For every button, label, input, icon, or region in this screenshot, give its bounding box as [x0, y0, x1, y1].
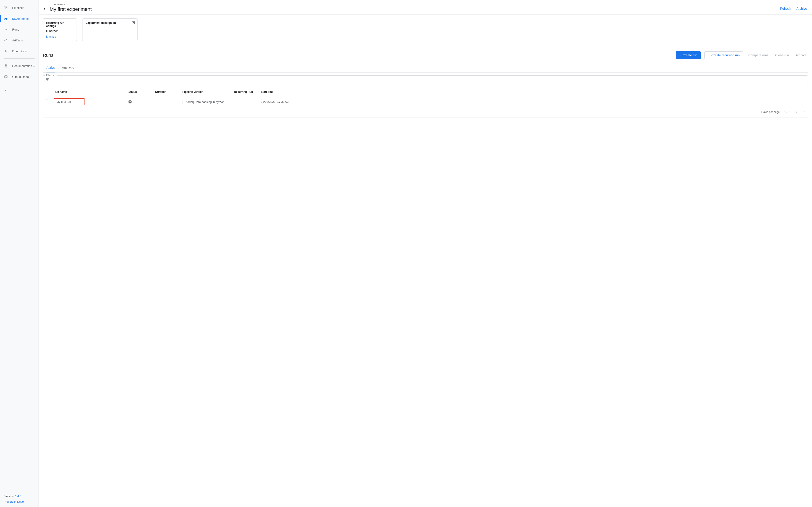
archive-run-button[interactable]: Archive	[794, 51, 808, 59]
main-content: Experiments My first experiment Refresh …	[39, 0, 812, 507]
topbar-actions: Refresh Archive	[775, 7, 807, 10]
version-text: Version: 1.4.0	[5, 495, 34, 498]
nav-runs[interactable]: Runs	[0, 24, 39, 35]
card-title: Recurring run configs	[46, 21, 73, 27]
page-title: My first experiment	[50, 6, 92, 12]
runs-table: Run name Status Duration Pipeline Versio…	[43, 87, 808, 107]
version-link[interactable]: 1.4.0	[15, 495, 21, 498]
documentation-icon	[4, 64, 8, 68]
popout-icon[interactable]	[132, 21, 135, 25]
external-link-icon	[30, 75, 32, 78]
external-link-icon	[33, 64, 35, 67]
section-title: Runs	[43, 53, 53, 58]
col-recurring-run[interactable]: Recurring Run	[232, 87, 259, 97]
nav-documentation[interactable]: Documentation	[0, 60, 39, 71]
tab-archived[interactable]: Archived	[62, 64, 74, 72]
header-titles: Experiments My first experiment	[50, 3, 92, 12]
nav-label: Experiments	[12, 17, 29, 20]
svg-point-6	[7, 41, 7, 42]
run-name-link[interactable]: My first run	[54, 98, 85, 105]
clone-run-button[interactable]: Clone run	[774, 51, 791, 59]
topbar: Experiments My first experiment Refresh …	[39, 0, 812, 15]
archive-button[interactable]: Archive	[796, 7, 807, 10]
description-card: Experiment description	[82, 18, 138, 41]
manage-link[interactable]: Manage	[46, 35, 73, 38]
report-issue-link[interactable]: Report an Issue	[5, 500, 24, 503]
nav-label: Pipelines	[12, 6, 24, 9]
card-title: Experiment description	[86, 21, 134, 24]
nav-label: Runs	[12, 28, 19, 31]
status-unknown-icon: ?	[129, 100, 132, 103]
table-header-row: Run name Status Duration Pipeline Versio…	[43, 87, 808, 97]
svg-point-3	[6, 28, 6, 29]
section-header: Runs + Create run + Create recurring run…	[43, 51, 808, 59]
cell-start-time: 21/02/2021, 17:39:03	[259, 97, 808, 107]
nav-divider	[4, 84, 35, 84]
nav-label: Executions	[12, 50, 27, 53]
select-all-checkbox[interactable]	[45, 90, 48, 93]
create-recurring-run-button[interactable]: + Create recurring run	[704, 51, 743, 59]
nav-label: Github Repo	[12, 75, 29, 78]
breadcrumb[interactable]: Experiments	[50, 3, 92, 6]
pipelines-icon	[4, 5, 8, 10]
tabs: Active Archived	[43, 64, 808, 73]
card-value: 0 active	[46, 29, 73, 33]
next-page-button[interactable]	[802, 110, 806, 115]
col-run-name[interactable]: Run name	[52, 87, 126, 97]
back-button[interactable]	[43, 7, 47, 12]
nav-experiments[interactable]: Experiments	[0, 13, 39, 24]
rows-per-page-label: Rows per page:	[761, 110, 780, 114]
experiments-icon	[4, 16, 8, 21]
create-run-button[interactable]: + Create run	[676, 51, 701, 59]
refresh-button[interactable]: Refresh	[780, 7, 791, 10]
nav-label: Artifacts	[12, 39, 23, 42]
svg-point-5	[6, 39, 7, 40]
collapse-sidebar-button[interactable]	[0, 86, 39, 95]
filter-label: Filter runs	[45, 74, 57, 76]
pagination: Rows per page: 10	[43, 107, 808, 117]
sidebar-footer: Version: 1.4.0 Report an Issue	[0, 493, 39, 507]
runs-icon	[4, 27, 8, 32]
artifacts-icon	[4, 38, 8, 43]
col-start-time[interactable]: Start time	[259, 87, 808, 97]
section-actions: + Create run + Create recurring run Comp…	[676, 51, 808, 59]
filter-input[interactable]	[51, 78, 805, 81]
nav-pipelines[interactable]: Pipelines	[0, 2, 39, 13]
filter-box[interactable]: Filter runs	[43, 75, 808, 84]
nav-label: Documentation	[12, 64, 32, 68]
nav-executions[interactable]: Executions	[0, 46, 39, 57]
nav-list: Pipelines Experiments Runs Artifacts Exe	[0, 0, 39, 95]
nav-github[interactable]: Github Repo	[0, 71, 39, 82]
col-pipeline-version[interactable]: Pipeline Version	[181, 87, 232, 97]
sidebar: Pipelines Experiments Runs Artifacts Exe	[0, 0, 39, 507]
nav-artifacts[interactable]: Artifacts	[0, 35, 39, 46]
content: Recurring run configs 0 active Manage Ex…	[39, 15, 812, 121]
nav-divider	[4, 58, 35, 59]
recurring-run-card: Recurring run configs 0 active Manage	[43, 18, 77, 41]
filter-icon	[45, 78, 49, 82]
prev-page-button[interactable]	[794, 110, 798, 115]
executions-icon	[4, 49, 8, 53]
github-icon	[4, 74, 8, 79]
chevron-down-icon	[789, 110, 791, 114]
table-row[interactable]: My first run ? - [Tutorial] Data passing…	[43, 97, 808, 107]
cell-recurring-run: -	[232, 97, 259, 107]
plus-icon: +	[679, 53, 681, 57]
cards-row: Recurring run configs 0 active Manage Ex…	[43, 18, 808, 41]
row-checkbox[interactable]	[45, 100, 48, 103]
col-duration[interactable]: Duration	[153, 87, 181, 97]
plus-icon: +	[708, 53, 710, 57]
cell-pipeline-version[interactable]: [Tutorial] Data passing in python comp…	[183, 100, 228, 104]
cell-duration: -	[153, 97, 181, 107]
divider	[43, 47, 808, 47]
col-status[interactable]: Status	[126, 87, 153, 97]
tab-active[interactable]: Active	[46, 64, 55, 72]
rows-per-page-select[interactable]: 10	[784, 110, 791, 114]
svg-point-2	[5, 8, 6, 9]
compare-runs-button[interactable]: Compare runs	[747, 51, 770, 59]
